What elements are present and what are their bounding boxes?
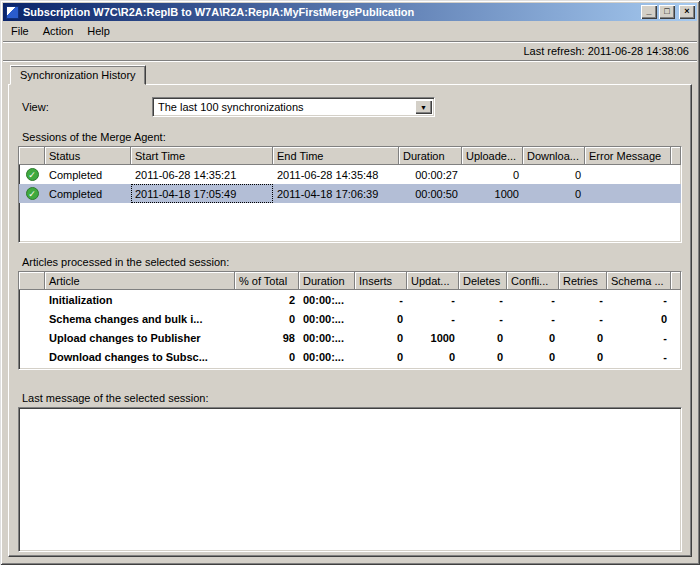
- col-article[interactable]: Article: [45, 272, 235, 290]
- sessions-header-row: Status Start Time End Time Duration Uplo…: [19, 147, 681, 165]
- col-pct-total[interactable]: % of Total: [235, 272, 299, 290]
- view-combobox-value: The last 100 synchronizations: [153, 98, 415, 116]
- session-error: [585, 184, 671, 203]
- article-row[interactable]: Initialization 2 00:00:... - - - - - -: [19, 290, 681, 309]
- col-error-message[interactable]: Error Message: [585, 147, 671, 165]
- article-row[interactable]: Upload changes to Publisher 98 00:00:...…: [19, 328, 681, 347]
- articles-header-row: Article % of Total Duration Inserts Upda…: [19, 272, 681, 290]
- titlebar: Subscription W7C\R2A:ReplB to W7A\R2A:Re…: [3, 3, 697, 21]
- col-end-time[interactable]: End Time: [273, 147, 399, 165]
- session-start-time: 2011-06-28 14:35:21: [131, 165, 273, 184]
- last-message-label: Last message of the selected session:: [22, 392, 682, 404]
- article-name: Schema changes and bulk i...: [45, 309, 235, 328]
- col-inserts[interactable]: Inserts: [355, 272, 407, 290]
- sessions-table: Status Start Time End Time Duration Uplo…: [18, 146, 682, 243]
- articles-table: Article % of Total Duration Inserts Upda…: [18, 271, 682, 370]
- window: Subscription W7C\R2A:ReplB to W7A\R2A:Re…: [0, 0, 700, 565]
- session-row[interactable]: ✓ Completed 2011-06-28 14:35:21 2011-06-…: [19, 165, 681, 184]
- tab-area: Synchronization History View: The last 1…: [8, 65, 692, 557]
- col-status[interactable]: Status: [45, 147, 131, 165]
- view-row: View: The last 100 synchronizations ▼: [18, 97, 682, 117]
- window-title: Subscription W7C\R2A:ReplB to W7A\R2A:Re…: [23, 6, 639, 18]
- col-schema[interactable]: Schema ...: [607, 272, 671, 290]
- sessions-label: Sessions of the Merge Agent:: [22, 131, 682, 143]
- window-icon[interactable]: [6, 6, 19, 19]
- article-name: Download changes to Subsc...: [45, 347, 235, 366]
- col-filler: [671, 147, 681, 165]
- col-article-icon[interactable]: [19, 272, 45, 290]
- col-filler: [671, 272, 681, 290]
- refresh-toolbar: Last refresh: 2011-06-28 14:38:06: [3, 41, 697, 61]
- close-button[interactable]: ×: [679, 5, 695, 19]
- session-downloaded: 0: [523, 184, 585, 203]
- session-end-time: 2011-04-18 17:06:39: [273, 184, 399, 203]
- col-retries[interactable]: Retries: [559, 272, 607, 290]
- session-status: Completed: [45, 165, 131, 184]
- menubar: File Action Help: [3, 21, 697, 41]
- status-completed-icon: ✓: [26, 187, 39, 200]
- menu-file[interactable]: File: [4, 22, 36, 40]
- col-conflicts[interactable]: Confli...: [507, 272, 559, 290]
- session-uploaded: 1000: [462, 184, 523, 203]
- col-downloaded[interactable]: Downloa...: [523, 147, 585, 165]
- col-duration[interactable]: Duration: [399, 147, 462, 165]
- session-status: Completed: [45, 184, 131, 203]
- last-message-box[interactable]: [18, 407, 682, 552]
- menu-action[interactable]: Action: [36, 22, 81, 40]
- col-start-time[interactable]: Start Time: [131, 147, 273, 165]
- col-deletes[interactable]: Deletes: [459, 272, 507, 290]
- col-status-icon[interactable]: [19, 147, 45, 165]
- minimize-button[interactable]: _: [641, 5, 657, 19]
- session-duration: 00:00:27: [399, 165, 462, 184]
- session-uploaded: 0: [462, 165, 523, 184]
- article-row[interactable]: Schema changes and bulk i... 0 00:00:...…: [19, 309, 681, 328]
- status-completed-icon: ✓: [26, 168, 39, 181]
- articles-label: Articles processed in the selected sessi…: [22, 256, 682, 268]
- article-row[interactable]: Download changes to Subsc... 0 00:00:...…: [19, 347, 681, 366]
- col-uploaded[interactable]: Uploade...: [462, 147, 523, 165]
- chevron-down-icon[interactable]: ▼: [415, 100, 432, 114]
- last-refresh-text: Last refresh: 2011-06-28 14:38:06: [523, 45, 689, 57]
- maximize-button[interactable]: □: [659, 5, 675, 19]
- session-start-time: 2011-04-18 17:05:49: [131, 184, 273, 203]
- view-label: View:: [22, 101, 152, 113]
- menu-help[interactable]: Help: [80, 22, 117, 40]
- article-name: Upload changes to Publisher: [45, 328, 235, 347]
- col-updates[interactable]: Updat...: [407, 272, 459, 290]
- session-end-time: 2011-06-28 14:35:48: [273, 165, 399, 184]
- session-duration: 00:00:50: [399, 184, 462, 203]
- col-art-duration[interactable]: Duration: [299, 272, 355, 290]
- session-downloaded: 0: [523, 165, 585, 184]
- tab-synchronization-history[interactable]: Synchronization History: [10, 65, 146, 85]
- session-row-selected[interactable]: ✓ Completed 2011-04-18 17:05:49 2011-04-…: [19, 184, 681, 203]
- tab-page: View: The last 100 synchronizations ▼ Se…: [8, 84, 692, 557]
- article-name: Initialization: [45, 290, 235, 309]
- session-error: [585, 165, 671, 184]
- view-combobox[interactable]: The last 100 synchronizations ▼: [152, 97, 435, 117]
